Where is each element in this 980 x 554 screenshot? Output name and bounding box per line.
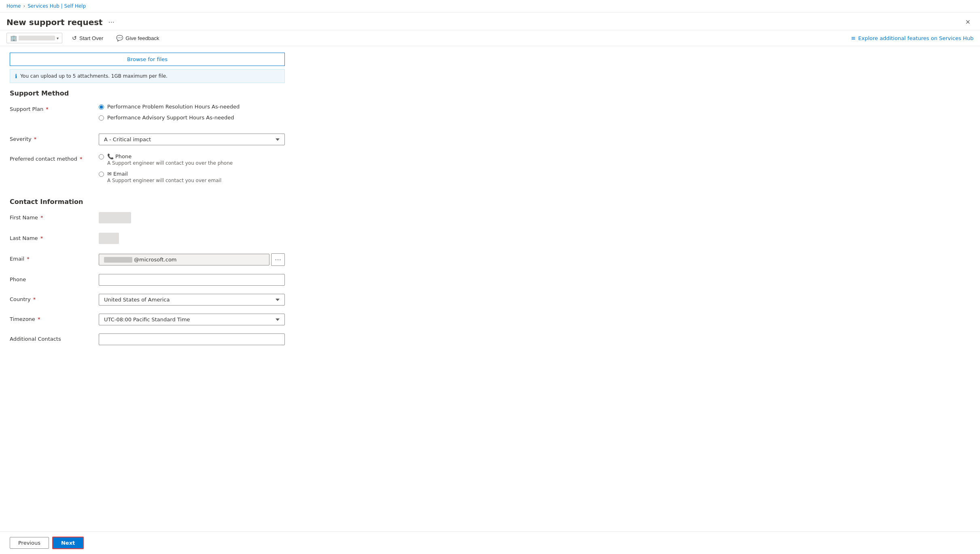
phone-control [99,274,285,286]
phone-field-label: Phone [10,274,99,282]
breadcrumb-sep-1: › [23,3,25,9]
email-required: * [25,256,30,262]
additional-contacts-control [99,333,285,345]
info-icon: ℹ [15,73,17,79]
additional-contacts-label: Additional Contacts [10,333,99,342]
give-feedback-label: Give feedback [125,35,159,41]
explore-features-link[interactable]: ≡ Explore additional features on Service… [851,35,974,41]
start-over-button[interactable]: ↺ Start Over [69,33,106,43]
page-title-row: New support request ··· [6,17,117,27]
phone-row: Phone [10,274,970,286]
email-username-redacted [104,257,132,263]
email-more-button[interactable]: ⋯ [271,253,285,266]
last-name-label: Last Name * [10,233,99,241]
contact-phone-option[interactable]: 📞Phone A Support engineer will contact y… [99,153,285,166]
page-title: New support request [6,17,103,27]
workspace-icon: 🏢 [10,35,17,41]
support-plan-label: Support Plan * [10,104,99,112]
refresh-icon: ↺ [72,35,77,41]
close-button[interactable]: × [962,16,974,28]
feedback-icon: 💬 [116,35,123,41]
contact-email-option[interactable]: ✉Email A Support engineer will contact y… [99,171,285,183]
start-over-label: Start Over [79,35,103,41]
additional-contacts-label-text: Additional Contacts [10,336,61,342]
breadcrumb-services-hub[interactable]: Services Hub | Self Help [28,3,86,9]
contact-phone-content: 📞Phone A Support engineer will contact y… [107,153,233,166]
severity-row: Severity * A - Critical impact B - Moder… [10,134,970,145]
contact-method-control: 📞Phone A Support engineer will contact y… [99,153,285,188]
last-name-label-text: Last Name [10,235,38,241]
breadcrumb-bar: Home › Services Hub | Self Help [0,0,980,13]
last-name-redacted [99,233,119,244]
first-name-label-text: First Name [10,214,38,221]
contact-method-row: Preferred contact method * 📞Phone A Supp… [10,153,970,188]
previous-button[interactable]: Previous [10,537,49,549]
breadcrumb-home[interactable]: Home [6,3,21,9]
timezone-required: * [36,316,40,322]
support-method-section-title: Support Method [10,89,970,97]
timezone-label: Timezone * [10,314,99,322]
support-plan-radio-2[interactable] [99,115,104,121]
last-name-required: * [39,235,43,241]
support-plan-required: * [44,106,49,112]
phone-input[interactable] [99,274,285,286]
first-name-control [99,212,285,225]
support-plan-option-2-label: Performance Advisory Support Hours As-ne… [107,115,234,121]
severity-required: * [32,136,37,142]
email-control: @microsoft.com ⋯ [99,253,285,266]
browse-section: Browse for files ℹ You can upload up to … [10,53,285,83]
give-feedback-button[interactable]: 💬 Give feedback [113,33,162,43]
severity-select[interactable]: A - Critical impact B - Moderate impact … [99,134,285,145]
contact-method-required: * [78,156,83,162]
support-plan-option-1[interactable]: Performance Problem Resolution Hours As-… [99,104,285,110]
contact-method-label-text: Preferred contact method [10,156,77,162]
timezone-row: Timezone * UTC-08:00 Pacific Standard Ti… [10,314,970,325]
additional-contacts-row: Additional Contacts [10,333,970,345]
workspace-label [19,36,55,40]
email-wrapper: @microsoft.com ⋯ [99,253,285,266]
support-plan-row: Support Plan * Performance Problem Resol… [10,104,970,125]
contact-phone-sublabel: A Support engineer will contact you over… [107,160,233,166]
support-plan-option-2[interactable]: Performance Advisory Support Hours As-ne… [99,115,285,121]
country-label-text: Country [10,296,31,302]
contact-email-radio[interactable] [99,172,104,177]
timezone-label-text: Timezone [10,316,35,322]
browse-for-files-button[interactable]: Browse for files [10,53,285,66]
toolbar: 🏢 ▾ ↺ Start Over 💬 Give feedback ≡ Explo… [0,30,980,46]
explore-label: Explore additional features on Services … [858,35,974,41]
support-plan-label-text: Support Plan [10,106,43,112]
first-name-redacted [99,212,131,223]
contact-info-section-title: Contact Information [10,198,970,206]
contact-phone-label: 📞Phone [107,153,233,159]
footer: Previous Next [0,531,980,554]
email-row: Email * @microsoft.com ⋯ [10,253,970,266]
timezone-select[interactable]: UTC-08:00 Pacific Standard Time UTC-07:0… [99,314,285,325]
country-row: Country * United States of America Unite… [10,294,970,306]
email-display: @microsoft.com [99,254,269,265]
email-label-text: Email [10,256,24,262]
email-label: Email * [10,253,99,262]
attachment-info-text: You can upload up to 5 attachments. 1GB … [20,73,168,79]
country-select[interactable]: United States of America United Kingdom … [99,294,285,306]
ellipsis-button[interactable]: ··· [106,17,117,27]
contact-email-sublabel: A Support engineer will contact you over… [107,178,221,183]
email-suffix: @microsoft.com [134,257,177,263]
toolbar-left: 🏢 ▾ ↺ Start Over 💬 Give feedback [6,33,162,43]
support-plan-control: Performance Problem Resolution Hours As-… [99,104,285,125]
contact-email-content: ✉Email A Support engineer will contact y… [107,171,221,183]
severity-control: A - Critical impact B - Moderate impact … [99,134,285,145]
breadcrumb: Home › Services Hub | Self Help [6,3,86,9]
contact-phone-radio[interactable] [99,154,104,159]
country-label: Country * [10,294,99,302]
page-header: New support request ··· × [0,13,980,30]
workspace-selector[interactable]: 🏢 ▾ [6,33,62,43]
timezone-control: UTC-08:00 Pacific Standard Time UTC-07:0… [99,314,285,325]
severity-label: Severity * [10,134,99,142]
last-name-row: Last Name * [10,233,970,245]
next-button[interactable]: Next [52,537,84,549]
support-plan-radio-1[interactable] [99,104,104,110]
email-icon: ✉ [107,171,112,177]
additional-contacts-input[interactable] [99,333,285,345]
last-name-control [99,233,285,245]
first-name-row: First Name * [10,212,970,225]
